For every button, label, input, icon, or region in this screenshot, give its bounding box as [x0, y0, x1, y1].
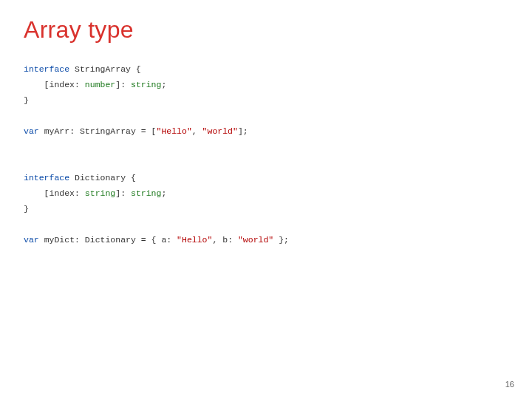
- punct: {: [131, 64, 141, 74]
- type-number: number: [85, 80, 115, 89]
- keyword-var: var: [24, 235, 39, 245]
- page-number: 16: [505, 380, 514, 389]
- punct: :: [75, 80, 85, 89]
- type-string: string: [131, 188, 161, 198]
- string-literal: "Hello": [156, 126, 191, 136]
- punct: ]:: [115, 188, 131, 198]
- punct: {: [126, 173, 136, 183]
- string-literal: "world": [238, 235, 273, 245]
- identifier: myArr: [44, 126, 70, 136]
- type-string: string: [131, 80, 161, 89]
- punct: ]:: [115, 80, 131, 89]
- identifier: myDict: [44, 235, 75, 245]
- punct: :: [75, 188, 85, 198]
- punct: :: [75, 235, 85, 245]
- type-string: string: [85, 188, 115, 198]
- punct: ,: [192, 126, 202, 136]
- keyword-var: var: [24, 126, 39, 136]
- identifier: index: [50, 188, 75, 198]
- slide-title: Array type: [24, 16, 508, 44]
- code-block: interface StringArray { [index: number]:…: [24, 61, 508, 248]
- keyword-interface: interface: [24, 64, 69, 74]
- punct: :: [228, 235, 238, 245]
- punct: :: [69, 126, 80, 136]
- punct: ;: [161, 188, 166, 198]
- punct: }: [24, 204, 29, 214]
- keyword-interface: interface: [24, 173, 69, 183]
- punct: = {: [136, 235, 162, 245]
- string-literal: "Hello": [177, 235, 212, 245]
- type-name: StringArray: [75, 64, 131, 74]
- type-name: StringArray: [80, 126, 136, 136]
- punct: ,: [212, 235, 222, 245]
- punct: ;: [161, 80, 166, 89]
- punct: };: [273, 235, 289, 245]
- punct: = [: [136, 126, 157, 136]
- type-name: Dictionary: [85, 235, 136, 245]
- punct: ];: [238, 126, 248, 136]
- punct: [: [24, 80, 50, 89]
- identifier: index: [50, 80, 75, 89]
- punct: [: [24, 188, 50, 198]
- type-name: Dictionary: [75, 173, 126, 183]
- punct: }: [24, 95, 29, 105]
- punct: :: [166, 235, 177, 245]
- string-literal: "world": [202, 126, 238, 136]
